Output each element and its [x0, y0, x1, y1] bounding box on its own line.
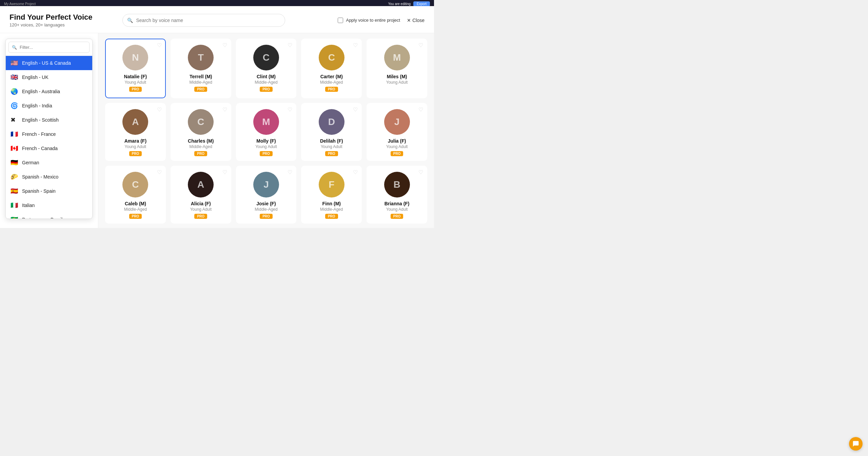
- favorite-button[interactable]: ♡: [418, 170, 423, 175]
- modal-body: 🔍 🇺🇸 English - US & Canada🇬🇧 English - U…: [0, 33, 434, 228]
- avatar: C: [188, 109, 214, 135]
- voice-card[interactable]: ♡ C Clint (M) Middle-Aged PRO: [236, 39, 297, 98]
- language-option[interactable]: 🇧🇷 Portuguese - Brazil: [6, 212, 92, 219]
- flag-icon: 🇮🇹: [11, 202, 19, 209]
- pro-badge: PRO: [260, 151, 273, 156]
- voice-name: Amara (F): [124, 138, 146, 144]
- favorite-button[interactable]: ♡: [157, 107, 162, 112]
- search-bar-container: 🔍: [122, 14, 285, 27]
- avatar: J: [384, 109, 410, 135]
- voice-card[interactable]: ♡ M Miles (M) Young Adult: [367, 39, 427, 98]
- flag-icon: 🇧🇷: [11, 216, 19, 219]
- voice-age: Young Adult: [255, 144, 277, 149]
- pro-badge: PRO: [194, 87, 207, 92]
- avatar: F: [319, 172, 344, 198]
- voice-age: Middle-Aged: [124, 207, 147, 212]
- voice-card[interactable]: ♡ J Julia (F) Young Adult PRO: [367, 103, 427, 161]
- voice-card[interactable]: ♡ F Finn (M) Middle-Aged PRO: [301, 166, 362, 224]
- language-label: French - France: [22, 131, 56, 137]
- language-option[interactable]: 🇬🇧 English - UK: [6, 70, 92, 84]
- language-option[interactable]: 🌏 English - Australia: [6, 84, 92, 99]
- apply-voice-checkbox[interactable]: [338, 18, 343, 23]
- avatar: C: [319, 45, 344, 70]
- flag-icon: 🌀: [11, 102, 19, 109]
- language-option[interactable]: 🌀 English - India: [6, 99, 92, 113]
- favorite-button[interactable]: ♡: [288, 170, 292, 175]
- voice-age: Middle-Aged: [255, 80, 277, 85]
- favorite-button[interactable]: ♡: [353, 43, 358, 48]
- language-option[interactable]: 🇫🇷 French - France: [6, 127, 92, 141]
- language-label: Spanish - Mexico: [22, 174, 58, 180]
- language-filter-input[interactable]: [8, 42, 90, 53]
- voice-picker-modal: Find Your Perfect Voice 120+ voices, 20+…: [0, 6, 434, 228]
- favorite-button[interactable]: ♡: [222, 43, 227, 48]
- avatar: T: [188, 45, 214, 70]
- language-dropdown: 🔍 🇺🇸 English - US & Canada🇬🇧 English - U…: [5, 39, 93, 219]
- language-label: Portuguese - Brazil: [22, 217, 62, 219]
- favorite-button[interactable]: ♡: [353, 107, 358, 112]
- language-option[interactable]: 🇮🇹 Italian: [6, 198, 92, 212]
- pro-badge: PRO: [391, 214, 403, 219]
- language-label: German: [22, 160, 39, 165]
- favorite-button[interactable]: ♡: [222, 107, 227, 112]
- avatar: M: [384, 45, 410, 70]
- voice-age: Young Adult: [321, 144, 342, 149]
- favorite-button[interactable]: ♡: [157, 170, 162, 175]
- voice-card[interactable]: ♡ C Caleb (M) Middle-Aged PRO: [105, 166, 166, 224]
- voice-card[interactable]: ♡ D Delilah (F) Young Adult PRO: [301, 103, 362, 161]
- voice-card[interactable]: ♡ N Natalie (F) Young Adult PRO: [105, 39, 166, 98]
- favorite-button[interactable]: ♡: [222, 170, 227, 175]
- language-option[interactable]: 🇪🇸 Spanish - Spain: [6, 184, 92, 198]
- voice-grid: ♡ N Natalie (F) Young Adult PRO ♡ T Terr…: [105, 39, 427, 228]
- voice-grid-section: ♡ N Natalie (F) Young Adult PRO ♡ T Terr…: [98, 33, 434, 228]
- language-list: 🇺🇸 English - US & Canada🇬🇧 English - UK🌏…: [6, 56, 92, 219]
- voice-card[interactable]: ♡ T Terrell (M) Middle-Aged PRO: [171, 39, 231, 98]
- export-button[interactable]: Export: [413, 1, 430, 6]
- language-option[interactable]: ✖ English - Scottish: [6, 113, 92, 127]
- avatar: B: [384, 172, 410, 198]
- voice-name: Alicia (F): [191, 201, 211, 206]
- voice-age: Young Adult: [386, 80, 408, 85]
- voice-card[interactable]: ♡ C Carter (M) Middle-Aged PRO: [301, 39, 362, 98]
- voice-name: Terrell (M): [190, 74, 212, 79]
- avatar: C: [253, 45, 279, 70]
- voice-name: Josie (F): [256, 201, 276, 206]
- language-option[interactable]: 🇺🇸 English - US & Canada: [6, 56, 92, 70]
- favorite-button[interactable]: ♡: [418, 107, 423, 112]
- favorite-button[interactable]: ♡: [353, 170, 358, 175]
- favorite-button[interactable]: ♡: [418, 43, 423, 48]
- favorite-button[interactable]: ♡: [288, 43, 292, 48]
- pro-badge: PRO: [260, 214, 273, 219]
- language-option[interactable]: 🇩🇪 German: [6, 156, 92, 170]
- header-right: Apply voice to entire project ✕ Close: [338, 18, 425, 23]
- voice-card[interactable]: ♡ C Charles (M) Middle-Aged PRO: [171, 103, 231, 161]
- voice-card[interactable]: ♡ A Alicia (F) Young Adult PRO: [171, 166, 231, 224]
- search-icon: 🔍: [127, 18, 133, 23]
- language-option[interactable]: 🇨🇦 French - Canada: [6, 141, 92, 156]
- voice-card[interactable]: ♡ M Molly (F) Young Adult PRO: [236, 103, 297, 161]
- language-label: Spanish - Spain: [22, 188, 56, 194]
- pro-badge: PRO: [391, 151, 403, 156]
- apply-voice-label[interactable]: Apply voice to entire project: [338, 18, 400, 23]
- pro-badge: PRO: [129, 151, 142, 156]
- voice-card[interactable]: ♡ J Josie (F) Middle-Aged PRO: [236, 166, 297, 224]
- language-label: French - Canada: [22, 146, 58, 151]
- voice-card[interactable]: ♡ A Amara (F) Young Adult PRO: [105, 103, 166, 161]
- close-button[interactable]: ✕ Close: [407, 18, 425, 23]
- flag-icon: 🇪🇸: [11, 187, 19, 195]
- favorite-button[interactable]: ♡: [157, 43, 162, 48]
- editing-label: You are editing: [388, 2, 411, 6]
- voice-age: Middle-Aged: [255, 207, 277, 212]
- voice-search-input[interactable]: [122, 14, 285, 27]
- flag-icon: 🇫🇷: [11, 130, 19, 138]
- voice-age: Middle-Aged: [190, 144, 212, 149]
- voice-age: Young Adult: [386, 144, 408, 149]
- flag-icon: ✖: [11, 116, 19, 124]
- favorite-button[interactable]: ♡: [288, 107, 292, 112]
- avatar: C: [122, 172, 148, 198]
- flag-icon: 🇬🇧: [11, 74, 19, 81]
- avatar: N: [122, 45, 148, 70]
- voice-age: Young Adult: [386, 207, 408, 212]
- language-option[interactable]: 🌮 Spanish - Mexico: [6, 170, 92, 184]
- voice-card[interactable]: ♡ B Brianna (F) Young Adult PRO: [367, 166, 427, 224]
